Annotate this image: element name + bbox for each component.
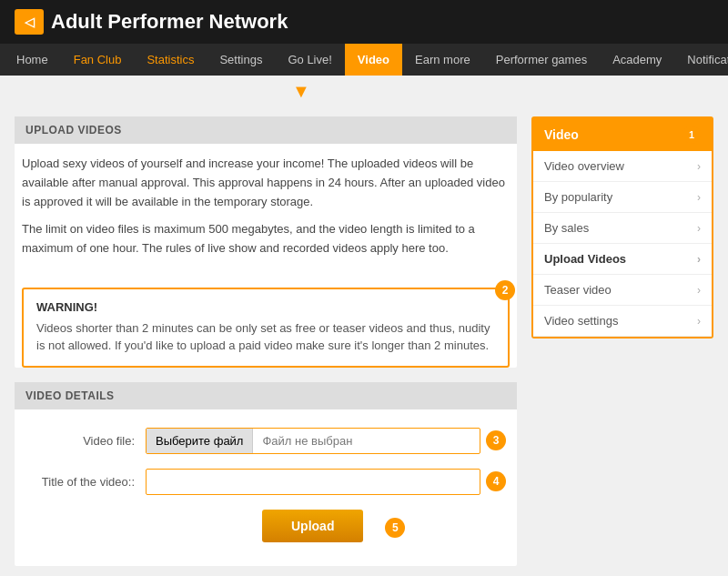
sidebar-item-by-sales[interactable]: By sales › bbox=[533, 213, 712, 244]
nav-performer-games[interactable]: Performer games bbox=[483, 44, 600, 76]
warning-box: WARNING! Videos shorter than 2 minutes c… bbox=[22, 288, 510, 368]
file-badge: 3 bbox=[486, 430, 506, 450]
video-details-header: VIDEO DETAILS bbox=[15, 382, 517, 409]
sidebar-label-upload-videos: Upload Videos bbox=[544, 252, 626, 266]
sidebar-item-video-overview[interactable]: Video overview › bbox=[533, 151, 712, 182]
sidebar: Video 1 Video overview › By popularity ›… bbox=[531, 116, 713, 339]
upload-button[interactable]: Upload bbox=[262, 510, 363, 542]
file-name-display: Файл не выбран bbox=[253, 429, 480, 453]
title-field-row: Title of the video:: 4 bbox=[15, 461, 517, 502]
nav-statistics[interactable]: Statistics bbox=[134, 44, 207, 76]
nav-settings[interactable]: Settings bbox=[207, 44, 275, 76]
chevron-icon: › bbox=[697, 160, 701, 173]
page-layout: UPLOAD VIDEOS Upload sexy videos of your… bbox=[0, 102, 728, 576]
upload-btn-row: Upload 5 bbox=[15, 502, 517, 566]
nav-fanclub[interactable]: Fan Club bbox=[61, 44, 135, 76]
file-input-wrapper: Выберите файл Файл не выбран bbox=[146, 428, 480, 454]
main-content: UPLOAD VIDEOS Upload sexy videos of your… bbox=[15, 116, 517, 566]
upload-videos-section: UPLOAD VIDEOS Upload sexy videos of your… bbox=[15, 116, 517, 368]
logo: ◁ Adult Performer Network bbox=[15, 9, 288, 35]
sidebar-label-video-settings: Video settings bbox=[544, 314, 618, 328]
video-details-section: VIDEO DETAILS Video file: Выберите файл … bbox=[15, 382, 517, 566]
sidebar-badge: 1 bbox=[682, 126, 701, 144]
warning-badge: 2 bbox=[495, 280, 515, 300]
warning-container: WARNING! Videos shorter than 2 minutes c… bbox=[15, 288, 517, 368]
chevron-icon: › bbox=[697, 222, 701, 235]
nav-home[interactable]: Home bbox=[4, 44, 61, 76]
chevron-icon: › bbox=[697, 191, 701, 204]
sidebar-label-by-popularity: By popularity bbox=[544, 190, 612, 204]
sidebar-title: Video bbox=[544, 127, 579, 142]
logo-icon: ◁ bbox=[15, 9, 44, 35]
chevron-icon: › bbox=[697, 315, 701, 328]
title-badge: 4 bbox=[486, 471, 506, 491]
upload-description: Upload sexy videos of yourself and incre… bbox=[15, 155, 517, 278]
header: ◁ Adult Performer Network bbox=[0, 0, 728, 44]
sidebar-header: Video 1 bbox=[533, 118, 712, 151]
choose-file-button[interactable]: Выберите файл bbox=[147, 429, 253, 453]
warning-text: Videos shorter than 2 minutes can be onl… bbox=[36, 319, 495, 355]
title-input[interactable] bbox=[146, 469, 480, 495]
nav-notifications[interactable]: Notifications bbox=[674, 44, 728, 76]
sidebar-label-teaser-video: Teaser video bbox=[544, 283, 612, 297]
nav-golive[interactable]: Go Live! bbox=[275, 44, 344, 76]
upload-badge: 5 bbox=[385, 518, 405, 538]
title-label: Title of the video:: bbox=[25, 475, 135, 489]
warning-title: WARNING! bbox=[36, 300, 495, 314]
upload-videos-header: UPLOAD VIDEOS bbox=[15, 116, 517, 144]
site-title: Adult Performer Network bbox=[51, 10, 288, 34]
sidebar-item-by-popularity[interactable]: By popularity › bbox=[533, 182, 712, 213]
chevron-icon: › bbox=[697, 284, 701, 297]
sidebar-item-upload-videos[interactable]: Upload Videos › bbox=[533, 244, 712, 275]
sidebar-label-by-sales: By sales bbox=[544, 221, 589, 235]
file-field-row: Video file: Выберите файл Файл не выбран… bbox=[15, 420, 517, 461]
nav-earnmore[interactable]: Earn more bbox=[402, 44, 483, 76]
sidebar-item-teaser-video[interactable]: Teaser video › bbox=[533, 275, 712, 306]
chevron-icon: › bbox=[697, 253, 701, 266]
sidebar-item-video-settings[interactable]: Video settings › bbox=[533, 306, 712, 337]
main-nav: Home Fan Club Statistics Settings Go Liv… bbox=[0, 44, 728, 76]
upload-para1: Upload sexy videos of yourself and incre… bbox=[22, 155, 510, 211]
video-arrow: ▼ bbox=[292, 81, 310, 102]
upload-para2: The limit on video files is maximum 500 … bbox=[22, 220, 510, 258]
file-label: Video file: bbox=[25, 434, 135, 448]
nav-academy[interactable]: Academy bbox=[600, 44, 674, 76]
sidebar-label-video-overview: Video overview bbox=[544, 159, 624, 173]
nav-video[interactable]: Video bbox=[345, 44, 402, 76]
